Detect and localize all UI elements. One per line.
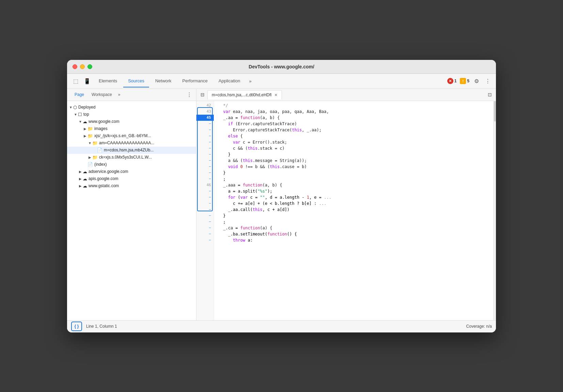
code-line: for (var c = "", d = a.length - 1, e = .… xyxy=(218,194,489,200)
devtools-window: DevTools - www.google.com/ ⬚ 📱 Elements … xyxy=(67,60,496,332)
line-num: − xyxy=(196,158,214,164)
code-panel: ⊟ m=cdos,hsm,jsa,...c,dtl0hd,eHDfl ✕ ⊡ 4… xyxy=(196,89,496,320)
code-line: _.aa.call(this, c + a[d]) xyxy=(218,207,489,213)
cube-icon: ⬡ xyxy=(73,105,77,110)
code-content[interactable]: */ var eaa, naa, jaa, oaa, paa, qaa, Aaa… xyxy=(214,101,493,320)
sidebar-tab-page[interactable]: Page xyxy=(71,90,87,99)
line-num: − xyxy=(196,121,214,127)
code-line: a && (this.message = String(a)); xyxy=(218,158,489,164)
sidebar-toggle-icon[interactable]: ⊟ xyxy=(198,90,207,99)
tree-label: m=cdos,hsm,jsa,mb4ZUb... xyxy=(104,148,154,152)
sidebar-options-icon[interactable]: ⋮ xyxy=(187,92,192,98)
tree-item-gstatic[interactable]: ▶ ☁ www.gstatic.com xyxy=(67,182,196,190)
code-line: } xyxy=(218,170,489,176)
tree-item-index[interactable]: ▶ 📄 (index) xyxy=(67,161,196,168)
tree-label: Deployed xyxy=(78,105,96,110)
tree-item-apis[interactable]: ▶ ☁ apis.google.com xyxy=(67,175,196,182)
tree-arrow: ▼ xyxy=(73,113,78,116)
sidebar-tabs: Page Workspace » ⋮ xyxy=(67,89,196,101)
code-line: Error.captureStackTrace(this, _.aa); xyxy=(218,127,489,133)
tree-label: top xyxy=(83,112,89,117)
code-line: c && (this.stack = c) xyxy=(218,145,489,151)
close-button[interactable] xyxy=(73,64,77,69)
title-bar: DevTools - www.google.com/ xyxy=(67,60,496,74)
sidebar: Page Workspace » ⋮ ▼ ⬡ Deployed ▼ ☐ xyxy=(67,89,196,320)
tree-item-am[interactable]: ▼ 📁 am=CAAAAAAAAAAAAAAA... xyxy=(67,140,196,147)
sidebar-more-tabs[interactable]: » xyxy=(116,91,123,98)
line-numbers: 42 43 45 − − − − − − − − − − 46 − − − xyxy=(196,101,214,320)
file-icon: 📄 xyxy=(87,162,93,167)
line-num: 43 xyxy=(196,109,214,115)
more-options-icon[interactable]: ⋮ xyxy=(484,77,492,86)
line-num: − xyxy=(196,200,214,207)
folder-icon: 📁 xyxy=(92,155,98,160)
code-line: var eaa, naa, jaa, oaa, paa, qaa, Aaa, B… xyxy=(218,109,489,115)
tree-label: www.gstatic.com xyxy=(89,183,119,188)
tab-performance[interactable]: Performance xyxy=(178,75,212,87)
maximize-button[interactable] xyxy=(87,64,92,69)
code-line: */ xyxy=(218,102,489,109)
tree-arrow: ▶ xyxy=(83,127,87,131)
format-button[interactable]: { } xyxy=(71,322,82,331)
line-num: − xyxy=(196,237,214,243)
tree-label: www.google.com xyxy=(89,119,119,124)
inspect-icon[interactable]: ⬚ xyxy=(71,76,80,86)
folder-icon: 📁 xyxy=(87,133,93,138)
code-tabs: ⊟ m=cdos,hsm,jsa,...c,dtl0hd,eHDfl ✕ ⊡ xyxy=(196,89,496,101)
tree-item-file-selected[interactable]: ▶ 📄 m=cdos,hsm,jsa,mb4ZUb... xyxy=(67,147,196,154)
folder-icon: 📁 xyxy=(92,141,98,146)
device-icon[interactable]: 📱 xyxy=(82,76,93,86)
tree-label: xjs/_/js/k=xjs.s.en_GB.-b6YM... xyxy=(94,133,151,138)
tree-item-ck[interactable]: ▶ 📁 ck=xjs.s.0Mx5ys3sCUI.L.W... xyxy=(67,154,196,161)
code-editor: 42 43 45 − − − − − − − − − − 46 − − − xyxy=(196,101,496,320)
line-num: − xyxy=(196,213,214,219)
main-content: Page Workspace » ⋮ ▼ ⬡ Deployed ▼ ☐ xyxy=(67,89,496,320)
tree-item-images[interactable]: ▶ 📁 images xyxy=(67,125,196,132)
sidebar-tree[interactable]: ▼ ⬡ Deployed ▼ ☐ top ▼ ☁ www.google.com xyxy=(67,101,196,320)
tree-label: am=CAAAAAAAAAAAAAAA... xyxy=(99,141,154,145)
scrollbar-thumb[interactable] xyxy=(494,101,496,121)
coverage-info: Coverage: n/a xyxy=(466,324,492,329)
tab-sources[interactable]: Sources xyxy=(123,75,149,87)
status-bar: { } Line 1, Column 1 Coverage: n/a xyxy=(67,320,496,332)
code-line: var c = Error().stack; xyxy=(218,139,489,145)
line-num: − xyxy=(196,139,214,145)
sidebar-tab-workspace[interactable]: Workspace xyxy=(88,90,115,99)
tree-arrow: ▼ xyxy=(68,105,73,109)
tree-label: ck=xjs.s.0Mx5ys3sCUI.L.W... xyxy=(99,155,152,160)
tree-arrow: ▶ xyxy=(83,134,87,138)
vertical-scrollbar[interactable] xyxy=(493,101,496,320)
tree-arrow: ▶ xyxy=(87,156,92,159)
tree-arrow: ▼ xyxy=(78,120,83,124)
tree-arrow: ▶ xyxy=(78,170,83,174)
tree-item-xjs[interactable]: ▶ 📁 xjs/_/js/k=xjs.s.en_GB.-b6YM... xyxy=(67,132,196,140)
tree-label: images xyxy=(94,126,108,131)
tab-right-controls: ✕ 1 ! 5 ⚙ ⋮ xyxy=(447,77,492,86)
line-num: − xyxy=(196,188,214,194)
tab-network[interactable]: Network xyxy=(150,75,176,87)
tree-item-google[interactable]: ▼ ☁ www.google.com xyxy=(67,118,196,125)
close-tab-button[interactable]: ✕ xyxy=(274,93,277,97)
line-num: − xyxy=(196,207,214,213)
code-line: a = a.split("%s"); xyxy=(218,188,489,194)
code-line: throw a: xyxy=(218,237,489,243)
code-line: _.ca = function(a) { xyxy=(218,225,489,231)
code-line: if (Error.captureStackTrace) xyxy=(218,121,489,127)
tree-item-adservice[interactable]: ▶ ☁ adservice.google.com xyxy=(67,168,196,175)
line-num: − xyxy=(196,231,214,237)
tree-item-top[interactable]: ▼ ☐ top xyxy=(67,111,196,118)
tree-item-deployed[interactable]: ▼ ⬡ Deployed xyxy=(67,104,196,111)
tab-application[interactable]: Application xyxy=(214,75,245,87)
line-num: − xyxy=(196,151,214,158)
cloud-icon: ☁ xyxy=(83,176,87,181)
code-line: c += a[e] + (e < b.length ? b[e] : ... xyxy=(218,200,489,207)
minimize-button[interactable] xyxy=(80,64,85,69)
collapse-panel-icon[interactable]: ⊡ xyxy=(485,90,495,99)
tab-elements[interactable]: Elements xyxy=(94,75,122,87)
code-file-tab[interactable]: m=cdos,hsm,jsa,...c,dtl0hd,eHDfl ✕ xyxy=(207,90,282,99)
code-line: _.ba.setTimeout(function() { xyxy=(218,231,489,237)
more-tabs-button[interactable]: » xyxy=(246,77,254,86)
error-count: 1 xyxy=(454,79,457,83)
code-line: } xyxy=(218,213,489,219)
settings-icon[interactable]: ⚙ xyxy=(473,77,480,86)
